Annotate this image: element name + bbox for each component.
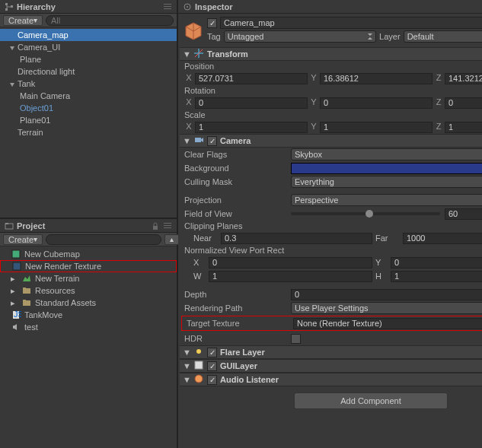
inspector-header: Inspector [178, 0, 482, 14]
project-search[interactable] [46, 234, 161, 245]
svg-rect-3 [164, 4, 171, 5]
filter-button[interactable]: ▴ [164, 234, 179, 245]
svg-rect-4 [164, 6, 171, 7]
rotation-z[interactable] [445, 97, 482, 109]
depth-input[interactable] [291, 289, 482, 300]
scale-z[interactable] [445, 122, 482, 133]
position-x[interactable] [195, 73, 308, 84]
fold-icon[interactable] [9, 81, 15, 87]
hdr-checkbox[interactable] [291, 334, 301, 344]
flare-header[interactable]: ▼ Flare Layer ▣⚙ [180, 345, 482, 359]
clear-flags-label: Clear Flags [184, 150, 291, 159]
camera-enabled[interactable] [207, 136, 217, 146]
panel-menu-icon[interactable] [163, 221, 172, 230]
render-path-label: Rendering Path [184, 303, 291, 313]
near-input[interactable] [221, 233, 372, 244]
fold-icon[interactable]: ▼ [183, 361, 190, 370]
project-item[interactable]: test [0, 321, 177, 333]
viewport-x[interactable] [209, 257, 372, 268]
viewport-w[interactable] [209, 271, 372, 282]
fold-icon[interactable]: ▸ [11, 274, 18, 284]
viewport-h[interactable] [391, 271, 482, 282]
scale-x[interactable] [195, 122, 308, 133]
flare-enabled[interactable] [207, 348, 217, 357]
viewport-y[interactable] [391, 257, 482, 268]
camera-header[interactable]: ▼ Camera ▣⚙ [180, 134, 482, 148]
hierarchy-panel: Hierarchy Create ▾ Camera_map Camera_UI … [0, 0, 177, 219]
rotation-y[interactable] [320, 97, 433, 109]
object-header: Static ▾ Tag Untagged Layer Default [180, 15, 482, 47]
project-item[interactable]: New Cubemap [0, 248, 177, 260]
project-tree: New Cubemap New Render Texture ▸New Terr… [0, 246, 177, 448]
tree-item[interactable]: Plane01 [0, 114, 177, 126]
clip-label: Clipping Planes [180, 221, 482, 231]
guilayer-icon [193, 360, 204, 372]
far-input[interactable] [403, 233, 482, 244]
svg-rect-11 [164, 227, 171, 228]
project-item[interactable]: ▸Resources [0, 284, 177, 297]
inspector-panel: Inspector Static ▾ Tag U [178, 0, 482, 448]
svg-rect-6 [5, 224, 13, 229]
fold-icon[interactable]: ▼ [183, 136, 190, 145]
hierarchy-title: Hierarchy [17, 2, 56, 11]
hierarchy-header: Hierarchy [0, 0, 177, 14]
projection-dropdown[interactable]: Perspective [291, 194, 482, 206]
rotation-x[interactable] [195, 97, 308, 109]
svg-rect-17 [23, 300, 26, 301]
background-label: Background [184, 164, 291, 173]
svg-rect-15 [23, 288, 26, 289]
add-component-button[interactable]: Add Component [294, 392, 448, 409]
audio-header[interactable]: ▼ Audio Listener ▣⚙ [180, 373, 482, 386]
svg-rect-14 [23, 288, 30, 294]
culling-dropdown[interactable]: Everything [291, 176, 482, 188]
position-y[interactable] [320, 73, 433, 84]
project-item[interactable]: JSTankMove [0, 309, 177, 321]
background-color[interactable] [291, 163, 482, 174]
fold-icon[interactable]: ▸ [11, 286, 18, 296]
render-path-dropdown[interactable]: Use Player Settings [291, 302, 482, 314]
create-button[interactable]: Create ▾ [3, 234, 43, 245]
fov-input[interactable] [445, 208, 482, 220]
create-button[interactable]: Create ▾ [3, 15, 43, 26]
scale-y[interactable] [320, 122, 433, 133]
folder-icon [21, 297, 32, 308]
tree-item[interactable]: Object01 [0, 102, 177, 114]
tree-item[interactable]: Terrain [0, 126, 177, 138]
fold-icon[interactable] [9, 44, 15, 50]
fold-icon[interactable]: ▼ [183, 375, 190, 384]
viewport-label: Normalized View Port Rect [180, 245, 482, 256]
fold-icon[interactable]: ▼ [183, 49, 190, 59]
svg-rect-28 [195, 361, 203, 369]
tree-item[interactable]: Plane [0, 53, 177, 65]
position-z[interactable] [445, 73, 482, 84]
guilayer-header[interactable]: ▼ GUILayer ▣⚙ [180, 359, 482, 373]
panel-menu-icon[interactable] [163, 2, 172, 11]
hierarchy-search[interactable] [46, 15, 174, 26]
svg-rect-9 [164, 223, 171, 224]
object-name-input[interactable] [220, 17, 482, 29]
project-item[interactable]: ▸New Terrain [0, 272, 177, 284]
active-checkbox[interactable] [207, 18, 217, 28]
fold-icon[interactable]: ▼ [183, 348, 190, 357]
project-item[interactable]: ▸Standard Assets [0, 297, 177, 309]
fov-slider[interactable] [291, 212, 440, 215]
tree-item[interactable]: Tank [0, 78, 177, 90]
guilayer-enabled[interactable] [207, 361, 217, 371]
transform-header[interactable]: ▼ Transform ▣⚙ [180, 47, 482, 61]
clear-flags-dropdown[interactable]: Skybox [291, 148, 482, 160]
tree-item[interactable]: Main Camera [0, 90, 177, 102]
project-item-highlighted[interactable]: New Render Texture [0, 260, 177, 272]
tree-item[interactable]: Camera_map [0, 29, 177, 41]
lock-icon[interactable] [151, 221, 160, 230]
tree-item[interactable]: Directional light [0, 65, 177, 78]
camera-title: Camera [220, 136, 251, 145]
layer-dropdown[interactable]: Default [404, 30, 482, 43]
svg-rect-7 [5, 223, 8, 224]
tree-item[interactable]: Camera_UI [0, 41, 177, 53]
tag-dropdown[interactable]: Untagged [224, 30, 376, 43]
transform-icon [193, 48, 204, 60]
audio-enabled[interactable] [207, 375, 217, 385]
fov-label: Field of View [184, 209, 291, 218]
target-texture-field[interactable]: None (Render Texture) [293, 318, 482, 329]
fold-icon[interactable]: ▸ [11, 298, 18, 308]
